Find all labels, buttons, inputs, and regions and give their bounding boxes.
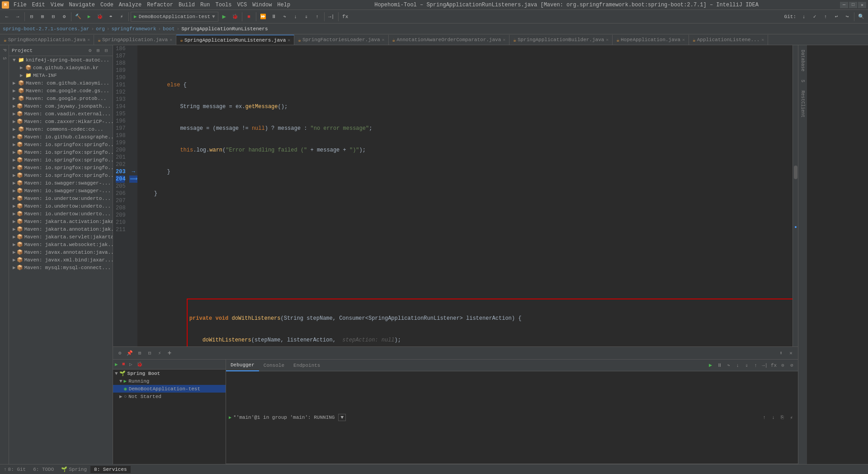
tab-close-0[interactable]: ✕ <box>87 37 90 43</box>
svc-demo-app[interactable]: ◉ DemoBootApplication-test <box>113 385 226 393</box>
resume-debug-button[interactable]: ⏩ <box>258 12 268 22</box>
bottom-tab-spring[interactable]: 🌱 Spring <box>57 465 90 473</box>
sidebar-item-meta-inf[interactable]: ▶ 📁 META-INF <box>9 71 113 79</box>
settings-button[interactable]: ⚙ <box>59 12 69 22</box>
menu-file[interactable]: File <box>11 1 29 9</box>
sidebar-item-maven-classgraph[interactable]: ▶ 📦 Maven: io.github.classgraphe... <box>9 133 113 141</box>
coverage-button[interactable]: ☂ <box>106 12 116 22</box>
run-button[interactable]: ▶ <box>84 12 94 22</box>
menu-refactor[interactable]: Refactor <box>144 1 176 9</box>
force-step-into-button[interactable]: ⇓ <box>302 12 311 22</box>
sidebar-item-maven-javax-xml[interactable]: ▶ 📦 Maven: javax.xml.bind:jaxar... <box>9 256 113 264</box>
services-close-button[interactable]: ✕ <box>787 349 795 357</box>
services-collapse-button[interactable]: ⊟ <box>146 349 154 357</box>
code-content[interactable]: else { String message = ex.getMessage();… <box>137 45 793 346</box>
dbg-step-out-button[interactable]: ↑ <box>752 361 760 370</box>
sidebar-item-maven-vaadin[interactable]: ▶ 📦 Maven: com.vaadin.external... <box>9 110 113 118</box>
redo-button[interactable]: ↪ <box>842 12 852 22</box>
sidebar-item-maven-javax-annotation[interactable]: ▶ 📦 Maven: javax.annotation:java... <box>9 248 113 256</box>
sidebar-item-maven-protobuf[interactable]: ▶ 📦 Maven: com.google.protob... <box>9 95 113 102</box>
sidebar-item-maven-springfox-1[interactable]: ▶ 📦 Maven: io.springfox:springfo... <box>9 141 113 148</box>
filter-frames-button[interactable]: ⚡ <box>788 414 795 421</box>
sidebar-item-maven-commons-codec[interactable]: ▶ 📦 Maven: commons-codec:co... <box>9 125 113 133</box>
sidebar-item-maven-mysql[interactable]: ▶ 📦 Maven: mysql:mysql-connect... <box>9 264 113 271</box>
menu-help[interactable]: Help <box>274 1 293 9</box>
rest-client-icon[interactable]: RestClient <box>799 87 806 121</box>
sidebar-item-maven-undertow-1[interactable]: ▶ 📦 Maven: io.undertow:underto... <box>9 194 113 202</box>
svc-not-started[interactable]: ▶ ○ Not Started <box>113 393 226 400</box>
maximize-button[interactable]: □ <box>849 2 857 8</box>
services-expand-button[interactable]: ⊞ <box>136 349 144 357</box>
path-org[interactable]: org <box>96 26 105 32</box>
menu-window[interactable]: Window <box>250 1 274 9</box>
step-out-button[interactable]: ↑ <box>312 12 322 22</box>
undo-button[interactable]: ↩ <box>831 12 841 22</box>
dbg-breakpoints-button[interactable]: ⊙ <box>779 361 787 370</box>
path-springframework[interactable]: springframework <box>111 26 156 32</box>
services-maximize-button[interactable]: ⬆ <box>777 349 785 357</box>
tab-console[interactable]: Console <box>259 360 289 371</box>
tab-applicationlistener[interactable]: ☕ ApplicationListene... ✕ <box>689 35 768 45</box>
tab-debugger[interactable]: Debugger <box>226 360 259 371</box>
run-to-cursor-button[interactable]: →| <box>326 12 336 22</box>
frame-up-button[interactable]: ↑ <box>761 414 768 421</box>
tab-close-2[interactable]: ✕ <box>288 38 290 43</box>
menu-run[interactable]: Run <box>198 1 213 9</box>
collapse-button[interactable]: ⊟ <box>48 12 58 22</box>
tab-close-6[interactable]: ✕ <box>682 37 685 43</box>
sidebar-item-maven-google-code[interactable]: ▶ 📦 Maven: com.google.code.gs... <box>9 87 113 95</box>
tab-springapplicationrunlisteners[interactable]: ☕ SpringApplicationRunListeners.java ✕ <box>176 35 294 45</box>
menu-navigate[interactable]: Navigate <box>66 1 98 9</box>
structure-icon[interactable]: S <box>1 55 8 62</box>
dbg-evaluate-button[interactable]: fx <box>770 361 778 370</box>
git-commit-button[interactable]: ✓ <box>810 12 820 22</box>
sidebar-item-knife4j[interactable]: ▼ 📁 knife4j-spring-boot-autoc... <box>9 56 113 64</box>
bottom-tab-todo[interactable]: 6: TODO <box>29 466 57 473</box>
svc-springboot[interactable]: ▼ 🌱 Spring Boot <box>113 370 226 377</box>
debug-button[interactable]: 🐞 <box>95 12 105 22</box>
tab-annotationawareordercomparator[interactable]: ☕ AnnotationAwareOrderComparator.java ✕ <box>389 35 510 45</box>
menu-edit[interactable]: Edit <box>29 1 48 9</box>
step-over-button[interactable]: ↷ <box>280 12 290 22</box>
menu-tools[interactable]: Tools <box>213 1 235 9</box>
dbg-step-into-button[interactable]: ↓ <box>734 361 742 370</box>
tab-close-5[interactable]: ✕ <box>606 37 609 43</box>
sidebar-item-maven-hikari[interactable]: ▶ 📦 Maven: com.zaxxer:HikariCP-... <box>9 118 113 125</box>
path-boot[interactable]: boot <box>163 26 175 32</box>
code-editor[interactable]: 186187188189190191 192193194195 19619719… <box>113 45 798 346</box>
project-icon[interactable]: P <box>1 47 8 53</box>
minimize-button[interactable]: — <box>840 2 848 8</box>
dbg-run-cursor-button[interactable]: →| <box>761 361 769 370</box>
evaluate-button[interactable]: fx <box>340 12 350 22</box>
tab-springfactoriesloader[interactable]: ☕ SpringFactoriesLoader.java ✕ <box>294 35 388 45</box>
git-push-button[interactable]: ↑ <box>821 12 830 22</box>
bottom-tab-services[interactable]: 8: Services <box>90 466 131 473</box>
dbg-force-step-button[interactable]: ⇓ <box>743 361 751 370</box>
debug-run-button[interactable]: 🐞 <box>230 12 240 22</box>
close-button[interactable]: ✕ <box>858 2 866 8</box>
profiler-button[interactable]: ⚡ <box>117 12 127 22</box>
services-filter-button[interactable]: ⚡ <box>156 349 164 357</box>
back-button[interactable]: ← <box>2 12 12 22</box>
tab-endpoints[interactable]: Endpoints <box>289 360 325 371</box>
sidebar-item-maven-jayway[interactable]: ▶ 📦 Maven: com.jayway.jsonpath... <box>9 102 113 110</box>
sidebar-collapse-button[interactable]: ⊟ <box>103 47 110 53</box>
sidebar-item-maven-undertow-3[interactable]: ▶ 📦 Maven: io.undertow:underto... <box>9 210 113 218</box>
sidebar-expand-button[interactable]: ⊞ <box>94 47 102 53</box>
services-add-button[interactable]: + <box>165 349 174 357</box>
tab-close-4[interactable]: ✕ <box>503 37 505 43</box>
menu-code[interactable]: Code <box>98 1 116 9</box>
frame-down-button[interactable]: ↓ <box>770 414 777 421</box>
editor-scrollbar[interactable] <box>793 45 798 346</box>
copy-stack-button[interactable]: ⎘ <box>779 414 786 421</box>
project-view-button[interactable]: ⊟ <box>27 12 37 22</box>
sidebar-item-maven-undertow-2[interactable]: ▶ 📦 Maven: io.undertow:underto... <box>9 202 113 210</box>
dbg-mute-button[interactable]: ⊘ <box>788 361 796 370</box>
svc-stop-btn[interactable]: ■ <box>122 361 128 368</box>
sidebar-item-maven-swagger-2[interactable]: ▶ 📦 Maven: io.swagger:swagger-... <box>9 187 113 194</box>
run-green-button[interactable]: ▶ <box>219 12 229 22</box>
sidebar-item-maven-springfox-4[interactable]: ▶ 📦 Maven: io.springfox:springfo... <box>9 164 113 171</box>
dbg-resume-button[interactable]: ▶ <box>707 361 715 370</box>
sidebar-item-maven-jakarta-activation[interactable]: ▶ 📦 Maven: jakarta.activation:jaka... <box>9 218 113 225</box>
stop-button[interactable]: ■ <box>244 12 254 22</box>
